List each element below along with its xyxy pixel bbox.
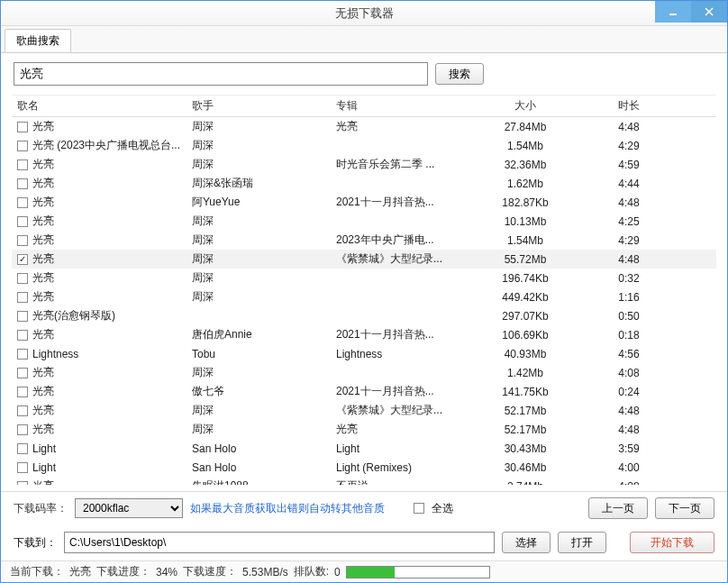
row-checkbox[interactable] <box>17 178 28 189</box>
row-name: 光亮 <box>32 157 54 172</box>
row-size: 182.87Kb <box>471 196 579 209</box>
row-checkbox[interactable] <box>17 405 28 416</box>
row-size: 2.74Mb <box>471 480 579 486</box>
close-button[interactable] <box>691 1 727 23</box>
row-album: 光亮 <box>336 119 471 134</box>
table-row[interactable]: 光亮周深449.42Kb1:16 <box>12 287 716 306</box>
row-artist: 周深 <box>192 138 336 153</box>
row-duration: 4:08 <box>579 367 678 379</box>
row-album: 2021十一月抖音热... <box>336 195 471 210</box>
row-checkbox[interactable] <box>17 122 28 132</box>
row-checkbox[interactable] <box>17 311 28 322</box>
row-album: 2021十一月抖音热... <box>336 327 471 342</box>
row-checkbox[interactable] <box>17 216 28 227</box>
row-artist: 周深 <box>192 119 336 134</box>
row-duration: 4:48 <box>579 405 678 417</box>
row-size: 1.42Mb <box>471 367 579 379</box>
table-row[interactable]: 光亮周深时光音乐会第二季 ...32.36Mb4:59 <box>12 155 716 174</box>
table-row[interactable]: 光亮周深《紫禁城》大型纪录...55.72Mb4:48 <box>12 250 716 269</box>
row-checkbox[interactable] <box>17 292 28 303</box>
row-name: 光亮 <box>32 251 54 267</box>
table-row[interactable]: 光亮周深196.74Kb0:32 <box>12 269 716 287</box>
table-row[interactable]: 光亮 (2023中央广播电视总台...周深1.54Mb4:29 <box>12 136 716 155</box>
row-album: 《紫禁城》大型纪录... <box>336 403 471 418</box>
row-checkbox[interactable] <box>17 141 28 151</box>
table-row[interactable]: 光亮傲七爷2021十一月抖音热...141.75Kb0:24 <box>12 382 716 401</box>
row-checkbox[interactable] <box>17 462 28 473</box>
table-row[interactable]: 光亮周深2023年中央广播电...1.54Mb4:29 <box>12 231 716 250</box>
row-artist: San Holo <box>192 461 336 474</box>
table-row[interactable]: 光亮周深1.42Mb4:08 <box>12 363 716 382</box>
col-header-artist[interactable]: 歌手 <box>192 98 336 114</box>
row-checkbox[interactable] <box>17 368 28 378</box>
next-page-button[interactable]: 下一页 <box>655 497 714 519</box>
choose-path-button[interactable]: 选择 <box>502 532 551 553</box>
table-row[interactable]: 光亮(治愈钢琴版)297.07Kb0:50 <box>12 306 716 325</box>
prev-page-button[interactable]: 上一页 <box>588 497 648 519</box>
status-speed: 5.53MB/s <box>242 566 288 578</box>
row-checkbox[interactable] <box>17 235 28 246</box>
col-header-duration[interactable]: 时长 <box>579 98 678 114</box>
row-duration: 4:48 <box>579 196 678 209</box>
row-name: 光亮 <box>32 119 54 134</box>
row-name: 光亮(治愈钢琴版) <box>32 308 115 323</box>
row-checkbox[interactable] <box>17 349 28 360</box>
table-row[interactable]: 光亮阿YueYue2021十一月抖音热...182.87Kb4:48 <box>12 193 716 212</box>
row-size: 297.07Kb <box>471 310 579 323</box>
row-size: 106.69Kb <box>471 329 579 342</box>
row-size: 30.43Mb <box>471 442 579 455</box>
table-row[interactable]: LightSan HoloLight30.43Mb3:59 <box>12 439 716 458</box>
progress-bar-container <box>346 566 490 578</box>
row-duration: 4:59 <box>579 159 678 171</box>
col-header-size[interactable]: 大小 <box>471 98 579 114</box>
minimize-button[interactable] <box>655 1 691 23</box>
progress-bar <box>347 567 396 578</box>
row-album: 2021十一月抖音热... <box>336 384 471 399</box>
row-name: 光亮 <box>32 232 54 248</box>
table-body[interactable]: 光亮周深光亮27.84Mb4:48光亮 (2023中央广播电视总台...周深1.… <box>12 117 716 485</box>
table-row[interactable]: 光亮周深&张函瑞1.62Mb4:44 <box>12 174 716 193</box>
row-artist: 周深&张函瑞 <box>192 176 336 191</box>
open-path-button[interactable]: 打开 <box>558 532 606 553</box>
table-row[interactable]: 光亮周深光亮52.17Mb4:48 <box>12 420 716 439</box>
select-all-checkbox[interactable] <box>414 503 424 514</box>
table-row[interactable]: 光亮周深《紫禁城》大型纪录...52.17Mb4:48 <box>12 401 716 420</box>
row-checkbox[interactable] <box>17 481 28 486</box>
table-row[interactable]: LightnessTobuLightness40.93Mb4:56 <box>12 344 716 363</box>
row-size: 10.13Mb <box>471 215 579 228</box>
row-checkbox[interactable] <box>17 254 28 265</box>
row-checkbox[interactable] <box>17 443 28 454</box>
row-duration: 0:32 <box>579 272 678 285</box>
table-row[interactable]: LightSan HoloLight (Remixes)30.46Mb4:00 <box>12 458 716 477</box>
row-size: 196.74Kb <box>471 272 579 285</box>
row-checkbox[interactable] <box>17 273 28 284</box>
tab-search[interactable]: 歌曲搜索 <box>5 29 71 52</box>
start-download-button[interactable]: 开始下载 <box>630 532 714 553</box>
table-row[interactable]: 光亮唐伯虎Annie2021十一月抖音热...106.69Kb0:18 <box>12 325 716 344</box>
table-row[interactable]: 光亮周深光亮27.84Mb4:48 <box>12 117 716 136</box>
row-name: 光亮 (2023中央广播电视总台... <box>32 138 180 153</box>
row-duration: 4:25 <box>579 215 678 228</box>
row-duration: 4:08 <box>579 480 678 486</box>
table-row[interactable]: 光亮周深10.13Mb4:25 <box>12 212 716 231</box>
row-checkbox[interactable] <box>17 387 28 397</box>
row-duration: 4:29 <box>579 140 678 152</box>
row-checkbox[interactable] <box>17 330 28 341</box>
row-album: Light (Remixes) <box>336 461 471 474</box>
row-size: 32.36Mb <box>471 159 579 171</box>
col-header-name[interactable]: 歌名 <box>12 98 192 114</box>
row-name: Light <box>32 442 56 455</box>
row-artist: 傲七爷 <box>192 384 336 399</box>
row-checkbox[interactable] <box>17 424 28 435</box>
table-row[interactable]: 光亮失眠淋1988不再说2.74Mb4:08 <box>12 477 716 485</box>
row-checkbox[interactable] <box>17 159 28 170</box>
row-name: 光亮 <box>32 289 54 305</box>
bitrate-select[interactable]: 2000kflac <box>75 498 183 518</box>
row-checkbox[interactable] <box>17 197 28 208</box>
path-input[interactable] <box>64 532 495 553</box>
search-button[interactable]: 搜索 <box>435 63 484 85</box>
status-bar: 当前下载： 光亮 下载进度： 34% 下载速度： 5.53MB/s 排队数: 0 <box>1 560 727 582</box>
col-header-album[interactable]: 专辑 <box>336 98 471 114</box>
search-input[interactable] <box>14 62 428 86</box>
status-progress-pct: 34% <box>156 566 177 578</box>
